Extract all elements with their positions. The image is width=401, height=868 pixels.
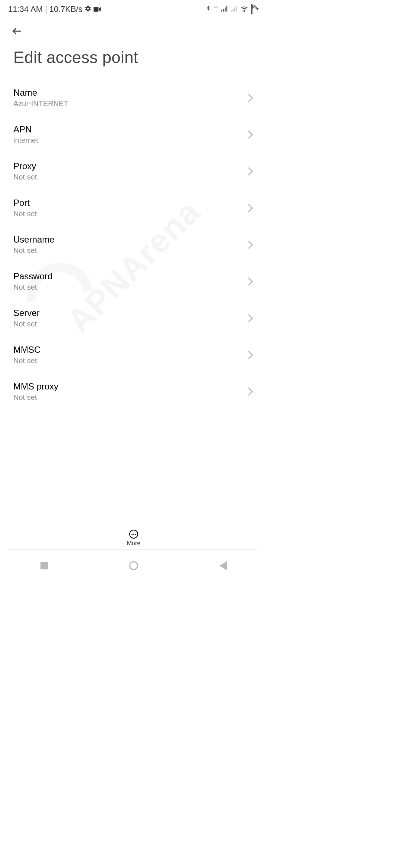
setting-label: Proxy: [13, 161, 37, 171]
setting-label: Name: [13, 88, 68, 98]
setting-row-server[interactable]: Server Not set: [0, 300, 267, 336]
video-icon: [94, 4, 101, 14]
setting-row-apn[interactable]: APN internet: [0, 116, 267, 153]
svg-rect-2: [223, 9, 224, 11]
setting-value: Not set: [13, 356, 40, 365]
nav-back-icon[interactable]: [219, 561, 227, 570]
setting-value: Not set: [13, 246, 55, 255]
gear-icon: [85, 4, 91, 14]
status-right: 4G 38: [206, 4, 259, 14]
setting-value: internet: [13, 136, 38, 145]
system-nav-bar: [0, 553, 267, 579]
setting-label: Port: [13, 198, 37, 208]
svg-rect-1: [221, 10, 222, 12]
setting-value: Not set: [13, 173, 37, 181]
setting-row-port[interactable]: Port Not set: [0, 190, 267, 226]
back-arrow-icon[interactable]: [11, 32, 23, 38]
setting-row-password[interactable]: Password Not set: [0, 263, 267, 300]
setting-row-mms-proxy[interactable]: MMS proxy Not set: [0, 373, 267, 410]
signal-bars-2-icon: [231, 4, 238, 14]
setting-value: Not set: [13, 210, 37, 218]
setting-label: Username: [13, 234, 55, 245]
chevron-right-icon: [245, 351, 253, 359]
status-net-speed: 10.7KB/s: [49, 4, 82, 14]
svg-rect-6: [233, 9, 234, 11]
setting-label: Password: [13, 271, 52, 282]
nav-recent-icon[interactable]: [40, 562, 48, 569]
setting-row-mmsc[interactable]: MMSC Not set: [0, 336, 267, 373]
setting-row-name[interactable]: Name Azur-INTERNET: [0, 79, 267, 116]
status-left: 11:34 AM | 10.7KB/s: [8, 4, 101, 14]
status-sep: |: [45, 4, 47, 14]
chevron-right-icon: [245, 93, 253, 102]
svg-rect-4: [226, 6, 228, 11]
setting-value: Not set: [13, 393, 58, 402]
status-bar: 11:34 AM | 10.7KB/s 4G 38: [0, 0, 267, 19]
status-time: 11:34 AM: [8, 4, 43, 14]
svg-rect-0: [94, 7, 98, 11]
chevron-right-icon: [245, 167, 253, 175]
battery-icon: 38: [251, 4, 252, 14]
wifi-icon: [241, 4, 248, 14]
page-title: Edit access point: [0, 45, 267, 79]
chevron-right-icon: [245, 277, 253, 286]
chevron-right-icon: [245, 204, 253, 212]
charging-icon: [255, 4, 259, 14]
more-label: More: [127, 540, 140, 547]
setting-label: APN: [13, 124, 38, 135]
setting-label: MMS proxy: [13, 381, 58, 392]
more-button[interactable]: More: [0, 527, 267, 547]
setting-value: Not set: [13, 320, 40, 328]
chevron-right-icon: [245, 240, 253, 249]
svg-rect-8: [236, 6, 237, 11]
svg-point-9: [244, 11, 245, 11]
chevron-right-icon: [245, 314, 253, 322]
signal-4g-icon: 4G: [214, 5, 218, 9]
setting-row-username[interactable]: Username Not set: [0, 226, 267, 263]
setting-row-proxy[interactable]: Proxy Not set: [0, 153, 267, 190]
nav-home-icon[interactable]: [129, 561, 138, 570]
signal-bars-1-icon: [221, 4, 228, 14]
setting-value: Not set: [13, 283, 52, 292]
bottom-divider: [9, 549, 258, 550]
svg-rect-3: [225, 7, 226, 11]
svg-rect-7: [234, 7, 235, 11]
setting-label: MMSC: [13, 345, 40, 355]
svg-rect-5: [231, 10, 232, 12]
settings-list: Name Azur-INTERNET APN internet Proxy No…: [0, 79, 267, 410]
header-row: [0, 19, 267, 45]
setting-label: Server: [13, 308, 40, 318]
more-dots-icon: [129, 530, 138, 539]
bluetooth-icon: [206, 4, 211, 14]
chevron-right-icon: [245, 387, 253, 396]
setting-value: Azur-INTERNET: [13, 99, 68, 108]
chevron-right-icon: [245, 130, 253, 139]
